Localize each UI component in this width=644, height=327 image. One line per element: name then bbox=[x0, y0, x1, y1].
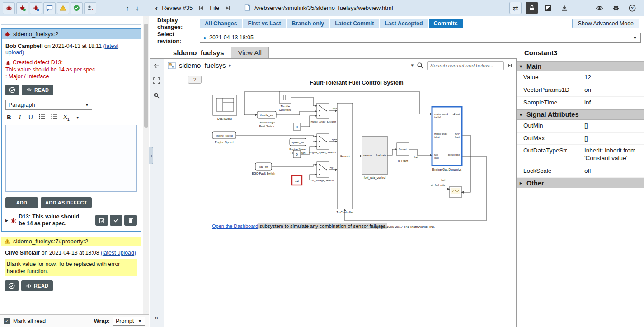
block-throttle-angle-selector[interactable]: Throttle_Angle_Selector bbox=[309, 103, 336, 123]
download-button[interactable] bbox=[558, 2, 570, 14]
filter-latest-commit[interactable]: Latest Commit bbox=[330, 19, 379, 28]
next-file-button[interactable] bbox=[223, 2, 232, 14]
property-value[interactable]: [] bbox=[584, 135, 640, 142]
section-other[interactable]: ▸ Other bbox=[517, 178, 644, 188]
filter-warnings-button[interactable] bbox=[57, 2, 69, 14]
previous-file-button[interactable] bbox=[197, 2, 206, 14]
add-comment-button[interactable]: ADD bbox=[5, 197, 38, 208]
block-constant3-selected[interactable]: 12 bbox=[292, 175, 302, 185]
block-throttle-sw[interactable]: throttle_sw Throttle Angle Fault Switch bbox=[257, 111, 276, 128]
expand-search-icon[interactable] bbox=[507, 63, 512, 68]
filter-my-defects-button[interactable] bbox=[30, 2, 42, 14]
new-comment-textarea[interactable] bbox=[5, 125, 137, 192]
filter-last-accepted[interactable]: Last Accepted bbox=[380, 19, 428, 28]
property-value[interactable]: Inherit: Inherit from 'Constant value' bbox=[584, 147, 640, 162]
property-row[interactable]: SampleTime inf bbox=[517, 97, 644, 109]
show-advanced-mode-button[interactable]: Show Advanced Mode bbox=[572, 19, 639, 28]
section-main[interactable]: ▾ Main bbox=[517, 61, 644, 71]
canvas-help-button[interactable]: ? bbox=[188, 76, 202, 84]
property-value[interactable]: inf bbox=[584, 99, 640, 107]
filter-defects-button[interactable] bbox=[3, 2, 15, 14]
breadcrumb-dropdown-button[interactable]: ▾ bbox=[411, 62, 414, 68]
reply-textarea[interactable] bbox=[5, 295, 137, 314]
more-formats-button[interactable]: ▾ bbox=[75, 115, 80, 120]
filter-commits[interactable]: Commits bbox=[429, 19, 463, 28]
navigate-back-button[interactable] bbox=[151, 61, 162, 71]
scroll-up-arrow[interactable]: ↑ bbox=[143, 16, 149, 23]
zoom-in-button[interactable] bbox=[151, 90, 162, 101]
review-title[interactable]: Review #35 bbox=[162, 5, 193, 11]
defect-list-item[interactable]: ▶ D13: This value should be 14 as per sp… bbox=[5, 213, 137, 227]
property-value[interactable]: 12 bbox=[584, 74, 640, 81]
property-value[interactable]: on bbox=[584, 86, 640, 94]
property-row[interactable]: Value 12 bbox=[517, 71, 644, 84]
property-row[interactable]: LockScale off bbox=[517, 165, 644, 178]
block-dashboard[interactable]: Dashboard bbox=[213, 95, 237, 120]
help-button[interactable]: ? bbox=[626, 2, 638, 14]
section-signal-attributes[interactable]: ▾ Signal Attributes bbox=[517, 109, 644, 120]
diagram-viewport[interactable]: ? Fault-Tolerant Fuel Control System bbox=[164, 72, 516, 327]
filter-resolved-button[interactable] bbox=[71, 2, 83, 14]
sidebar-collapse-handle[interactable]: ◂ bbox=[149, 147, 153, 164]
settings-button[interactable] bbox=[610, 2, 622, 14]
simulink-diagram[interactable]: Fault-Tolerant Fuel Control System bbox=[164, 72, 516, 327]
block-engine-gas-dynamics-selected[interactable]: engine speed (rad/s) o2_out throttle ang… bbox=[432, 107, 462, 171]
property-row[interactable]: OutMin [] bbox=[517, 120, 644, 133]
block-o2-voltage-selector[interactable]: O2_Voltage_Selector bbox=[311, 162, 334, 182]
mark-all-read-checkbox[interactable]: ✓ bbox=[4, 318, 10, 324]
delete-defect-button[interactable] bbox=[124, 215, 137, 226]
block-to-controller[interactable]: Convert To Controller bbox=[337, 103, 354, 214]
block-fuel-rate-control[interactable]: sensors fuel_rate fuel_rate_control bbox=[362, 136, 387, 180]
block-constant-zero-2[interactable]: 0 bbox=[293, 151, 301, 158]
search-input[interactable] bbox=[427, 61, 504, 70]
tab-view-all[interactable]: View All bbox=[231, 47, 269, 58]
filter-author-button[interactable] bbox=[84, 2, 96, 14]
bold-button[interactable]: B bbox=[6, 114, 12, 121]
underline-button[interactable]: U bbox=[28, 114, 33, 121]
block-to-plant[interactable]: Convert To Plant bbox=[397, 143, 409, 162]
revision-select[interactable]: ● 2021-04-13 18:05 ▼ bbox=[200, 33, 641, 43]
wrap-select[interactable]: Prompt ▼ bbox=[113, 317, 145, 326]
compare-revisions-button[interactable]: ⇄ bbox=[509, 2, 522, 14]
mark-read-button[interactable]: READ bbox=[22, 85, 53, 95]
scrollbar-thumb[interactable] bbox=[144, 24, 148, 128]
breadcrumb[interactable]: sldemo_fuelsys bbox=[179, 62, 226, 69]
expand-panel-button[interactable]: » bbox=[151, 312, 162, 322]
comment-anchor-link[interactable]: sldemo_fuelsys:7#property:2 bbox=[13, 238, 88, 245]
filter-comments-button[interactable] bbox=[43, 2, 56, 14]
mark-read-button[interactable]: READ bbox=[21, 280, 53, 291]
scroll-down-arrow[interactable]: ↓ bbox=[143, 308, 149, 314]
ordered-list-button[interactable] bbox=[39, 114, 46, 121]
comment-header[interactable]: sldemo_fuelsys:2 bbox=[2, 29, 141, 39]
fit-to-view-button[interactable] bbox=[151, 76, 162, 86]
filter-branch-only[interactable]: Branch only bbox=[287, 19, 329, 28]
filter-first-vs-last[interactable]: First vs Last bbox=[243, 19, 286, 28]
previous-comment-button[interactable]: ↑ bbox=[122, 2, 132, 14]
lock-button[interactable] bbox=[526, 2, 538, 14]
italic-button[interactable]: I bbox=[17, 114, 23, 121]
block-engine-speed-selector[interactable]: Engine_Speed_Selector bbox=[309, 134, 336, 154]
paragraph-style-select[interactable]: Paragraph ▼ bbox=[5, 100, 92, 110]
block-air-fuel-ratio-scope[interactable] bbox=[450, 186, 461, 198]
property-row[interactable]: VectorParams1D on bbox=[517, 84, 644, 97]
resolve-defect-button[interactable] bbox=[110, 215, 122, 226]
sidebar-scrollbar[interactable]: ↑ ↓ bbox=[143, 16, 149, 314]
block-ego-sw[interactable]: ego_sw EGO Fault Switch bbox=[252, 163, 275, 175]
property-value[interactable]: [] bbox=[584, 122, 640, 130]
property-value[interactable]: off bbox=[584, 167, 640, 175]
expand-defect-icon[interactable]: ▶ bbox=[5, 218, 8, 223]
block-constant-zero-1[interactable]: 0 bbox=[293, 123, 301, 130]
property-row[interactable]: OutMax [] bbox=[517, 133, 644, 145]
comment-anchor-link[interactable]: sldemo_fuelsys:2 bbox=[13, 31, 58, 38]
mark-resolved-button[interactable] bbox=[5, 85, 19, 95]
filter-resolved-defects-button[interactable] bbox=[16, 2, 28, 14]
block-engine-speed[interactable]: engine_speed Engine Speed bbox=[212, 132, 236, 144]
edit-defect-button[interactable] bbox=[95, 215, 108, 226]
subscript-button[interactable]: X1 bbox=[63, 114, 70, 122]
back-chevron-icon[interactable]: ‹ bbox=[155, 4, 158, 12]
tab-model[interactable]: sldemo_fuelsys bbox=[166, 47, 231, 58]
block-throttle-command[interactable]: Throttle Command bbox=[279, 91, 291, 111]
add-as-defect-button[interactable]: ADD AS DEFECT bbox=[41, 197, 92, 208]
bullet-list-button[interactable] bbox=[51, 114, 58, 121]
visibility-button[interactable] bbox=[593, 2, 606, 14]
